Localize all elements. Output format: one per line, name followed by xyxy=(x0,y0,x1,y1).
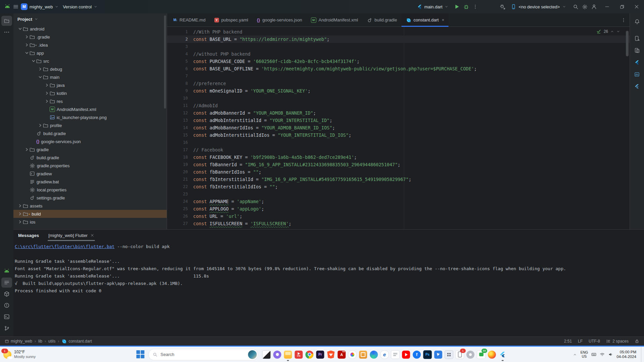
flutter-console-tab[interactable]: [mighty_web] Flutter xyxy=(48,230,94,241)
run-configuration-selector[interactable]: main.dart xyxy=(415,3,450,11)
lock-icon[interactable] xyxy=(635,339,639,344)
taskbar-app-file-explorer[interactable] xyxy=(284,350,292,359)
taskbar-app-brave[interactable] xyxy=(327,350,335,359)
tree-item-gradlew[interactable]: gradlew xyxy=(13,170,167,178)
breadcrumb-item-constant-dart[interactable]: constant.dart xyxy=(61,339,92,344)
tool-window-flutter-performance[interactable] xyxy=(632,69,642,79)
debug-button[interactable] xyxy=(463,4,469,10)
project-scrollbar[interactable] xyxy=(164,15,166,109)
tool-window-project[interactable] xyxy=(1,16,12,26)
taskbar-app-paint[interactable] xyxy=(348,350,357,359)
tree-item-build-gradle[interactable]: build.gradle xyxy=(13,129,167,137)
tray-chevron-up-icon[interactable] xyxy=(573,353,577,357)
more-actions-button[interactable] xyxy=(473,4,478,9)
tool-window-build[interactable] xyxy=(1,289,12,299)
tool-window-notifications[interactable] xyxy=(632,16,642,26)
tree-item-profile[interactable]: profile xyxy=(13,121,167,129)
project-selector[interactable]: mighty_web xyxy=(28,3,61,11)
code-line-2[interactable]: 2const BASE_URL = "https://ledmirror.in/… xyxy=(167,36,630,43)
breadcrumb-item-utils[interactable]: utils xyxy=(48,339,55,344)
taskbar-app-photoshop[interactable]: Ps xyxy=(423,350,432,359)
prev-problem-button[interactable] xyxy=(610,29,614,34)
taskbar-app-phone-link[interactable]: 1 xyxy=(455,350,464,359)
tree-item-res[interactable]: res xyxy=(13,97,167,105)
inspections-widget[interactable]: 26 xyxy=(596,28,620,34)
tree-item-main[interactable]: main xyxy=(13,73,167,81)
code-line-11[interactable]: 11//AdmobId xyxy=(167,102,630,109)
tree-item-build[interactable]: *build xyxy=(13,210,167,218)
taskbar-app-premiere[interactable]: Pr xyxy=(316,350,325,359)
tree-item-androidmanifest-xml[interactable]: MAndroidManifest.xml xyxy=(13,105,167,113)
tree-item-app[interactable]: app xyxy=(13,49,167,57)
taskbar-clock[interactable]: 05:00 PM 04-04-2024 xyxy=(616,350,636,359)
taskbar-app-amber-app[interactable] xyxy=(359,350,368,359)
code-line-4[interactable]: 4//without PHP backend xyxy=(167,50,630,58)
code-line-22[interactable]: 22const fbInterstitialIdIos = ""; xyxy=(167,183,630,190)
show-desktop-button[interactable] xyxy=(641,347,643,362)
tree-item-build-gradle[interactable]: build.gradle xyxy=(13,154,167,162)
tree-item-debug[interactable]: debug xyxy=(13,65,167,73)
tree-item-assets[interactable]: assets xyxy=(13,202,167,210)
tab-options-button[interactable] xyxy=(621,17,626,23)
line-separator[interactable]: LF xyxy=(578,339,583,344)
taskbar-app-chrome[interactable] xyxy=(305,350,314,359)
flutter-attach-button[interactable] xyxy=(499,4,505,10)
search-daily-image[interactable] xyxy=(248,350,257,359)
tree-item-java[interactable]: java xyxy=(13,81,167,89)
code-line-1[interactable]: 1//With PHP backend xyxy=(167,28,630,36)
device-selector[interactable]: <no device selected> xyxy=(509,3,568,11)
tool-window-messages[interactable] xyxy=(1,278,12,288)
editor-scrollbar[interactable] xyxy=(626,31,629,56)
tree-item-gradle[interactable]: .gradle xyxy=(13,33,167,41)
weather-widget[interactable]: 1 102°F Mostly sunny xyxy=(3,347,36,362)
taskbar-app-flutter-app[interactable] xyxy=(498,350,507,359)
close-button[interactable] xyxy=(629,0,644,13)
tab-androidmanifest-xml[interactable]: MAndroidManifest.xml xyxy=(307,13,363,26)
code-line-9[interactable]: 9const mOneSignalID = 'YOUR_ONE_SIGNAL_K… xyxy=(167,87,630,95)
code-line-15[interactable]: 15const adMobInterstitialIdIos = "YOUR_I… xyxy=(167,131,630,139)
taskbar-app-camera-app[interactable] xyxy=(273,350,282,359)
start-button[interactable] xyxy=(136,350,146,359)
code-line-17[interactable]: 17// Facebook xyxy=(167,146,630,154)
minimize-button[interactable] xyxy=(600,0,614,13)
console-file-link[interactable]: C:\src\flutter\flutter\bin\flutter.bat xyxy=(15,244,114,249)
tree-item-gradlew-bat[interactable]: gradlew.bat xyxy=(13,178,167,186)
tree-item-ic-launcher-playstore-png[interactable]: ic_launcher-playstore.png xyxy=(13,113,167,121)
taskbar-search[interactable]: Search xyxy=(149,349,258,360)
tool-window-version-control[interactable] xyxy=(1,323,12,333)
code-line-13[interactable]: 13const adMobInterstitialId = "YOUR_INTE… xyxy=(167,117,630,124)
tree-item-idea[interactable]: *.idea xyxy=(13,41,167,49)
tool-window-more-tool-windows[interactable] xyxy=(1,27,12,37)
tool-window-logcat[interactable] xyxy=(1,266,12,276)
search-everywhere-button[interactable] xyxy=(573,4,579,10)
tab-pubspec-yaml[interactable]: Ypubspec.yaml xyxy=(210,13,253,26)
tool-window-problems[interactable] xyxy=(1,300,12,310)
next-problem-button[interactable] xyxy=(616,29,620,34)
taskbar-app-gray-app[interactable] xyxy=(466,350,475,359)
close-tab-icon[interactable]: × xyxy=(442,17,444,22)
tree-item-android[interactable]: android xyxy=(13,25,167,33)
version-control-menu[interactable]: Version control xyxy=(61,3,100,11)
language-switcher[interactable]: ENG US xyxy=(580,351,588,358)
taskbar-app-vtb-app[interactable]: VTB xyxy=(294,350,303,359)
code-line-23[interactable]: 23 xyxy=(167,190,630,198)
taskbar-app-notes[interactable] xyxy=(391,350,400,359)
breadcrumb-item-lib[interactable]: lib xyxy=(38,339,42,344)
code-line-19[interactable]: 19const fbBannerId = "IMG_16_9_APP_INSTA… xyxy=(167,161,630,168)
taskbar-app-blue-app[interactable] xyxy=(434,350,443,359)
tree-item-gradle-properties[interactable]: gradle.properties xyxy=(13,162,167,170)
tool-window-terminal[interactable] xyxy=(1,312,12,322)
taskbar-app-firefox[interactable] xyxy=(488,350,496,359)
tree-item-local-properties[interactable]: local.properties xyxy=(13,186,167,194)
account-avatar-button[interactable] xyxy=(591,4,597,10)
code-line-24[interactable]: 24const APPNAME = 'appName'; xyxy=(167,198,630,205)
tree-item-ios[interactable]: ios xyxy=(13,218,167,226)
tree-item-src[interactable]: src xyxy=(13,57,167,65)
code-editor[interactable]: 26 1//With PHP backend2const BASE_URL = … xyxy=(167,27,630,229)
caret-position[interactable]: 2:51 xyxy=(564,339,572,344)
tool-window-running-devices[interactable] xyxy=(632,45,642,55)
tool-window-flutter-outline[interactable] xyxy=(632,57,642,67)
taskbar-app-chat-app[interactable]: 59 xyxy=(477,350,486,359)
code-line-8[interactable]: 8//preference xyxy=(167,80,630,87)
code-line-16[interactable]: 16 xyxy=(167,139,630,146)
